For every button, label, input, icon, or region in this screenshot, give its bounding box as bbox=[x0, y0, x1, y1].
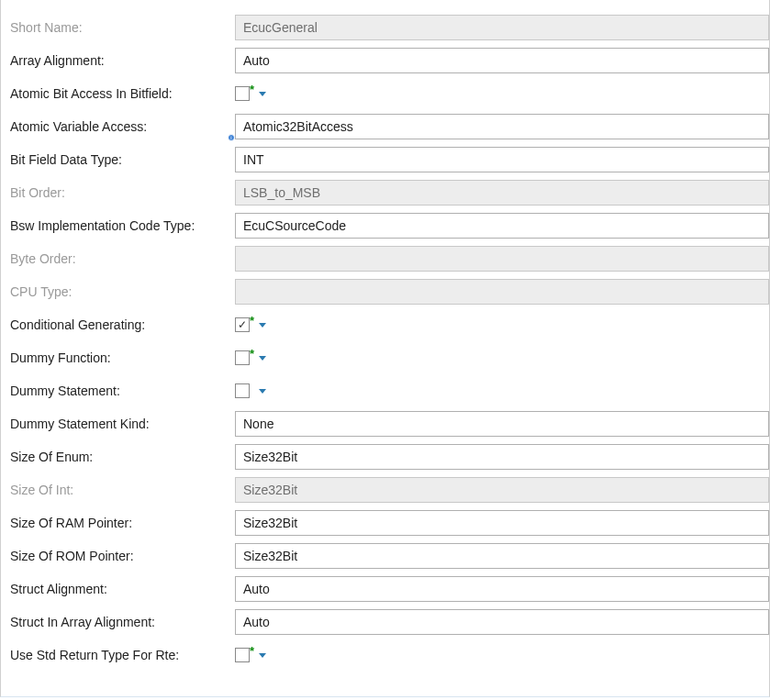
modified-asterisk-icon: * bbox=[250, 347, 254, 361]
input-array-alignment[interactable] bbox=[235, 48, 769, 73]
value-dummy-function: * bbox=[235, 341, 769, 374]
row-size-of-int: Size Of Int: bbox=[1, 473, 769, 506]
label-array-alignment: Array Alignment: bbox=[10, 53, 235, 68]
row-cpu-type: CPU Type: bbox=[1, 275, 769, 308]
row-size-of-enum: Size Of Enum: bbox=[1, 440, 769, 473]
value-bsw-impl-code-type bbox=[235, 209, 769, 242]
dropdown-caret-icon[interactable] bbox=[259, 356, 266, 361]
label-bsw-impl-code-type: Bsw Implementation Code Type: bbox=[10, 218, 235, 233]
value-conditional-generating: ✓ * bbox=[235, 308, 769, 341]
input-size-of-ram-pointer[interactable] bbox=[235, 510, 769, 536]
label-size-of-rom-pointer: Size Of ROM Pointer: bbox=[10, 549, 235, 563]
label-atomic-variable-access: Atomic Variable Access: bbox=[10, 119, 235, 134]
value-bit-field-data-type bbox=[235, 143, 769, 176]
label-byte-order: Byte Order: bbox=[10, 251, 235, 266]
input-bsw-impl-code-type[interactable] bbox=[235, 213, 769, 239]
label-dummy-statement: Dummy Statement: bbox=[10, 383, 235, 398]
row-dummy-statement-kind: Dummy Statement Kind: bbox=[1, 407, 769, 440]
input-size-of-enum[interactable] bbox=[235, 444, 769, 470]
input-dummy-statement-kind[interactable] bbox=[235, 411, 769, 437]
row-struct-in-array-alignment: Struct In Array Alignment: bbox=[1, 606, 769, 639]
input-cpu-type bbox=[235, 279, 769, 305]
checkbox-dummy-statement[interactable] bbox=[235, 383, 250, 398]
label-cpu-type: CPU Type: bbox=[10, 284, 235, 299]
input-bit-order bbox=[235, 180, 769, 206]
value-use-std-return-type: * bbox=[235, 639, 769, 672]
label-dummy-statement-kind: Dummy Statement Kind: bbox=[10, 417, 235, 431]
input-atomic-variable-access[interactable] bbox=[235, 114, 769, 139]
label-struct-in-array-alignment: Struct In Array Alignment: bbox=[10, 615, 235, 629]
value-size-of-rom-pointer bbox=[235, 539, 769, 572]
row-short-name: Short Name: bbox=[1, 11, 769, 44]
label-size-of-int: Size Of Int: bbox=[10, 483, 235, 497]
dropdown-caret-icon[interactable] bbox=[259, 653, 266, 658]
label-bit-field-data-type: Bit Field Data Type: bbox=[10, 152, 235, 167]
input-byte-order bbox=[235, 246, 769, 272]
label-short-name: Short Name: bbox=[10, 20, 235, 35]
row-bit-field-data-type: Bit Field Data Type: bbox=[1, 143, 769, 176]
value-atomic-variable-access: i bbox=[235, 110, 769, 143]
row-bit-order: Bit Order: bbox=[1, 176, 769, 209]
input-struct-in-array-alignment[interactable] bbox=[235, 609, 769, 635]
value-struct-in-array-alignment bbox=[235, 606, 769, 639]
row-size-of-ram-pointer: Size Of RAM Pointer: bbox=[1, 506, 769, 539]
input-size-of-rom-pointer[interactable] bbox=[235, 543, 769, 569]
value-atomic-bit-access: * bbox=[235, 77, 769, 110]
checkbox-conditional-generating[interactable]: ✓ bbox=[235, 317, 250, 332]
input-size-of-int bbox=[235, 477, 769, 503]
value-dummy-statement-kind bbox=[235, 407, 769, 440]
checkbox-use-std-return-type[interactable] bbox=[235, 648, 250, 662]
label-use-std-return-type: Use Std Return Type For Rte: bbox=[10, 648, 235, 662]
checkbox-atomic-bit-access[interactable] bbox=[235, 86, 250, 101]
label-conditional-generating: Conditional Generating: bbox=[10, 317, 235, 332]
row-use-std-return-type: Use Std Return Type For Rte: * bbox=[1, 639, 769, 672]
row-conditional-generating: Conditional Generating: ✓ * bbox=[1, 308, 769, 341]
label-struct-alignment: Struct Alignment: bbox=[10, 582, 235, 596]
checkbox-dummy-function[interactable] bbox=[235, 350, 250, 365]
value-dummy-statement: * bbox=[235, 374, 769, 407]
properties-panel: Short Name: Array Alignment: Atomic Bit … bbox=[0, 0, 770, 697]
label-dummy-function: Dummy Function: bbox=[10, 350, 235, 365]
modified-asterisk-icon: * bbox=[250, 314, 254, 328]
dropdown-caret-icon[interactable] bbox=[259, 92, 266, 96]
label-size-of-enum: Size Of Enum: bbox=[10, 450, 235, 464]
value-struct-alignment bbox=[235, 572, 769, 606]
input-struct-alignment[interactable] bbox=[235, 576, 769, 602]
input-short-name bbox=[235, 15, 769, 40]
info-dot-icon: i bbox=[228, 134, 235, 141]
dropdown-caret-icon[interactable] bbox=[259, 323, 266, 328]
value-array-alignment bbox=[235, 44, 769, 77]
row-byte-order: Byte Order: bbox=[1, 242, 769, 275]
value-byte-order bbox=[235, 242, 769, 275]
value-short-name bbox=[235, 11, 769, 44]
row-size-of-rom-pointer: Size Of ROM Pointer: bbox=[1, 539, 769, 572]
row-bsw-impl-code-type: Bsw Implementation Code Type: bbox=[1, 209, 769, 242]
dropdown-caret-icon[interactable] bbox=[259, 389, 266, 394]
value-bit-order bbox=[235, 176, 769, 209]
label-bit-order: Bit Order: bbox=[10, 185, 235, 200]
row-atomic-bit-access: Atomic Bit Access In Bitfield: * bbox=[1, 77, 769, 110]
value-size-of-enum bbox=[235, 440, 769, 473]
row-dummy-statement: Dummy Statement: * bbox=[1, 374, 769, 407]
value-cpu-type bbox=[235, 275, 769, 308]
value-size-of-int bbox=[235, 473, 769, 506]
modified-asterisk-icon: * bbox=[250, 644, 254, 658]
row-dummy-function: Dummy Function: * bbox=[1, 341, 769, 374]
row-atomic-variable-access: Atomic Variable Access: i bbox=[1, 110, 769, 143]
label-atomic-bit-access: Atomic Bit Access In Bitfield: bbox=[10, 86, 235, 101]
row-struct-alignment: Struct Alignment: bbox=[1, 572, 769, 606]
input-bit-field-data-type[interactable] bbox=[235, 147, 769, 172]
label-size-of-ram-pointer: Size Of RAM Pointer: bbox=[10, 516, 235, 530]
row-array-alignment: Array Alignment: bbox=[1, 44, 769, 77]
modified-asterisk-icon: * bbox=[250, 83, 254, 96]
value-size-of-ram-pointer bbox=[235, 506, 769, 539]
